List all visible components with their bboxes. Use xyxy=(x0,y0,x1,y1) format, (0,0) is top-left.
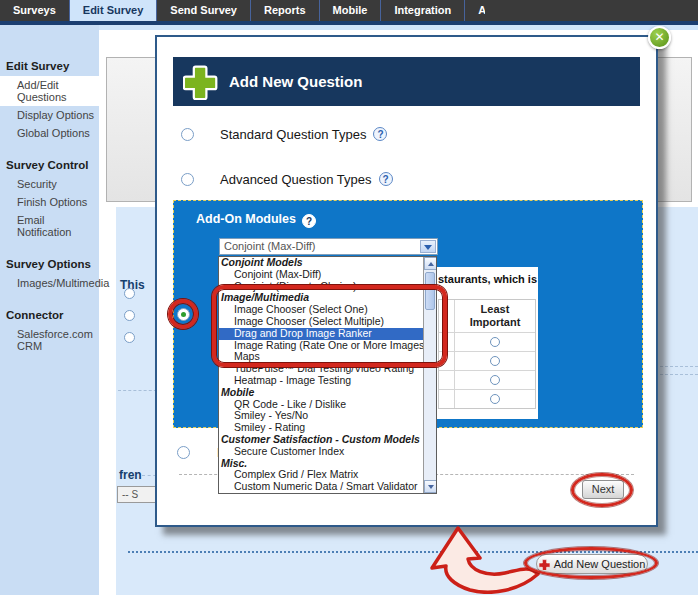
advanced-question-types-option[interactable]: Advanced Question Types ? xyxy=(181,170,393,188)
dropdown-option[interactable]: Drag and Drop Image Ranker xyxy=(219,328,436,340)
top-band xyxy=(0,25,698,30)
maxdiff-preview-panel: staurants, which is LeastImportant xyxy=(437,267,538,419)
preview-table: LeastImportant xyxy=(438,299,536,409)
chevron-down-icon[interactable] xyxy=(420,240,436,253)
sidebar-entry[interactable]: Finish Options xyxy=(0,193,99,211)
preview-radio[interactable] xyxy=(490,356,500,366)
help-icon[interactable]: ? xyxy=(302,214,316,228)
sidebar-entry[interactable]: Global Options xyxy=(0,124,99,142)
next-button[interactable]: Next xyxy=(582,480,624,499)
standard-question-types-option[interactable]: Standard Question Types ? xyxy=(181,125,387,143)
sidebar-entry[interactable]: Survey Options xyxy=(0,254,99,274)
bottom-dashed-divider xyxy=(128,551,698,553)
screen: Surveys Edit Survey Send Survey Reports … xyxy=(0,0,698,595)
least-important-header: LeastImportant xyxy=(455,300,535,332)
nav-tab[interactable]: Integration xyxy=(381,0,465,21)
dropdown-option[interactable]: Mobile xyxy=(219,387,436,399)
dialog-header: Add New Question xyxy=(173,57,640,106)
sidebar-entry[interactable]: Email Notification xyxy=(0,211,99,241)
preview-radio[interactable] xyxy=(490,375,500,385)
background-radio[interactable] xyxy=(124,310,135,321)
background-french-label: fren xyxy=(119,468,142,482)
radio-button[interactable] xyxy=(177,446,190,459)
dialog-title: Add New Question xyxy=(229,73,362,90)
sidebar-entry[interactable]: Add/Edit Questions xyxy=(0,76,99,106)
option-label: Advanced Question Types xyxy=(220,172,372,187)
background-dashed-divider xyxy=(660,374,698,375)
dropdown-scrollbar[interactable] xyxy=(423,257,436,493)
sidebar-entry[interactable]: Security xyxy=(0,175,99,193)
sidebar-entry[interactable]: Edit Survey xyxy=(0,56,99,76)
radio-button[interactable] xyxy=(181,128,194,141)
add-question-dialog: Add New Question Standard Question Types… xyxy=(155,35,658,527)
select-value: Conjoint (Max-Diff) xyxy=(224,240,316,252)
sidebar-entry[interactable]: Survey Control xyxy=(0,155,99,175)
dropdown-option[interactable]: Customer Satisfaction - Custom Models xyxy=(219,434,436,446)
plus-icon xyxy=(539,559,550,570)
addon-modules-title: Add-On Modules? xyxy=(196,212,316,228)
addon-modules-dropdown-list: Conjoint Models Conjoint (Max-Diff) Conj… xyxy=(218,256,437,494)
add-plus-icon xyxy=(183,64,219,100)
preview-radio[interactable] xyxy=(490,394,500,404)
preview-radio[interactable] xyxy=(490,337,500,347)
selected-radio-button[interactable] xyxy=(177,308,190,321)
dropdown-option[interactable]: Heatmap - Image Testing xyxy=(219,375,436,387)
addon-modules-select[interactable]: Conjoint (Max-Diff) xyxy=(219,238,438,255)
background-radio[interactable] xyxy=(124,288,135,299)
nav-tab[interactable]: Mobile xyxy=(320,0,382,21)
option-label: Standard Question Types xyxy=(220,127,366,142)
nav-tab[interactable]: Surveys xyxy=(0,0,70,21)
dropdown-option[interactable]: Custom Numeric Data / Smart Validator xyxy=(219,481,436,493)
scrollbar-thumb[interactable] xyxy=(425,272,435,310)
nav-filler xyxy=(485,0,698,21)
dropdown-option[interactable]: Conjoint (Max-Diff) xyxy=(219,269,436,281)
sidebar-entry[interactable]: Images/Multimedia xyxy=(0,274,99,292)
close-icon[interactable]: ✕ xyxy=(648,26,671,49)
nav-tab[interactable]: Send Survey xyxy=(157,0,251,21)
add-new-question-button[interactable]: Add New Question xyxy=(536,554,648,574)
background-dashed-divider xyxy=(660,366,698,367)
help-icon[interactable]: ? xyxy=(379,172,393,186)
scroll-down-icon[interactable] xyxy=(424,480,437,493)
nav-tab[interactable]: Edit Survey xyxy=(70,0,158,21)
scroll-up-icon[interactable] xyxy=(424,257,437,270)
help-icon[interactable]: ? xyxy=(373,127,387,141)
preview-question-fragment: staurants, which is xyxy=(438,273,538,285)
radio-button[interactable] xyxy=(181,173,194,186)
nav-tab[interactable]: Reports xyxy=(251,0,320,21)
sidebar-entry[interactable]: Salesforce.com CRM xyxy=(0,325,99,355)
sidebar-entry[interactable]: Connector xyxy=(0,305,99,325)
sidebar: Edit Survey Add/Edit Questions Display O… xyxy=(0,25,99,595)
dropdown-option[interactable]: Image Chooser (Select Multiple) xyxy=(219,316,436,328)
background-radio[interactable] xyxy=(124,332,135,343)
add-new-question-label: Add New Question xyxy=(554,558,646,570)
dropdown-option[interactable]: Secure Customer Index xyxy=(219,446,436,458)
sidebar-entry[interactable]: Display Options xyxy=(0,106,99,124)
